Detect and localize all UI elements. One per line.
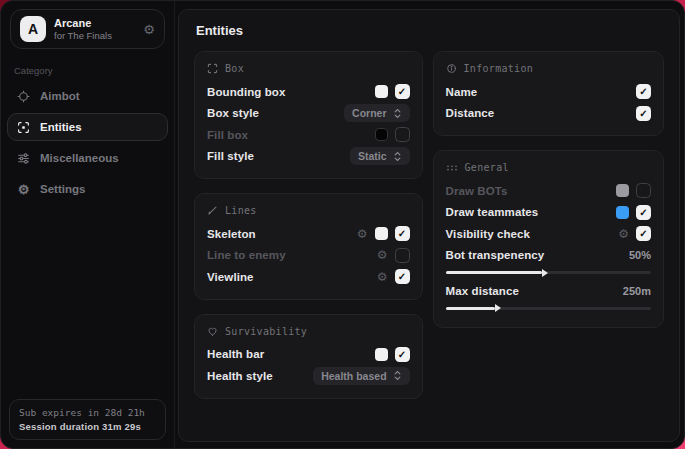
setting-label: Name bbox=[446, 86, 478, 98]
info-icon bbox=[446, 63, 457, 74]
color-swatch[interactable] bbox=[375, 128, 388, 141]
checkbox[interactable]: ✓ bbox=[636, 226, 651, 241]
setting-row-health-style: Health style Health based bbox=[207, 365, 410, 387]
gear-icon[interactable]: ⚙ bbox=[618, 228, 629, 240]
checkbox[interactable]: ✓ bbox=[395, 269, 410, 284]
chevrons-up-down-icon bbox=[393, 370, 402, 381]
slider-fill bbox=[446, 307, 495, 310]
gear-icon[interactable]: ⚙ bbox=[377, 271, 388, 283]
sidebar-item-entities[interactable]: Entities bbox=[7, 113, 168, 141]
app-title-block: Arcane for The Finals bbox=[54, 17, 112, 41]
sliders-icon bbox=[16, 151, 31, 165]
setting-row-bot-transparency: Bot transpenency 50% bbox=[446, 245, 651, 267]
heart-pulse-icon bbox=[207, 326, 218, 337]
sidebar-item-miscellaneous[interactable]: Miscellaneous bbox=[7, 144, 168, 172]
setting-row-max-distance: Max distance 250m bbox=[446, 280, 651, 302]
subscription-info-card: Sub expires in 28d 21h Session duration … bbox=[9, 399, 166, 440]
section-title: Survivability bbox=[225, 326, 307, 337]
dropdown-value: Corner bbox=[352, 107, 386, 119]
slider-value: 250m bbox=[623, 285, 651, 297]
setting-label: Health style bbox=[207, 370, 273, 382]
sidebar-item-label: Entities bbox=[40, 121, 82, 133]
box-style-dropdown[interactable]: Corner bbox=[344, 104, 409, 122]
sidebar-item-label: Aimbot bbox=[40, 90, 80, 102]
setting-row-distance: Distance ✓ bbox=[446, 103, 651, 125]
gear-icon[interactable]: ⚙ bbox=[377, 249, 388, 261]
lines-card: Lines Skeleton ⚙ ✓ Line to enemy bbox=[194, 193, 423, 300]
sidebar-item-aimbot[interactable]: Aimbot bbox=[7, 82, 168, 110]
pencil-line-icon bbox=[207, 205, 218, 216]
slider-value: 50% bbox=[629, 249, 651, 261]
setting-label: Box style bbox=[207, 107, 259, 119]
checkbox[interactable]: ✓ bbox=[636, 84, 651, 99]
information-card-header: Information bbox=[446, 63, 651, 74]
setting-row-visibility-check: Visibility check ⚙ ✓ bbox=[446, 223, 651, 245]
app-logo: A bbox=[20, 16, 46, 42]
box-card-header: Box bbox=[207, 63, 410, 74]
color-swatch[interactable] bbox=[616, 184, 629, 197]
setting-row-skeleton: Skeleton ⚙ ✓ bbox=[207, 223, 410, 245]
health-style-dropdown[interactable]: Health based bbox=[313, 367, 409, 385]
setting-row-line-to-enemy: Line to enemy ⚙ bbox=[207, 245, 410, 267]
setting-row-draw-bots: Draw BOTs bbox=[446, 180, 651, 202]
checkbox[interactable]: ✓ bbox=[395, 347, 410, 362]
desktop-background: A Arcane for The Finals ⚙ Category Aimbo… bbox=[0, 0, 685, 449]
section-title: Lines bbox=[225, 205, 257, 216]
gear-icon[interactable]: ⚙ bbox=[357, 228, 368, 240]
section-title: General bbox=[465, 162, 509, 173]
left-column: Box Bounding box ✓ Box style bbox=[194, 51, 423, 399]
setting-label: Skeleton bbox=[207, 228, 256, 240]
category-label: Category bbox=[14, 65, 174, 76]
bot-transparency-slider[interactable] bbox=[446, 271, 651, 274]
chevrons-up-down-icon bbox=[393, 151, 402, 162]
checkbox[interactable] bbox=[395, 248, 410, 263]
general-card-header: General bbox=[446, 162, 651, 173]
app-subtitle: for The Finals bbox=[54, 30, 112, 41]
section-title: Box bbox=[225, 63, 244, 74]
dropdown-value: Static bbox=[358, 150, 387, 162]
fill-style-dropdown[interactable]: Static bbox=[350, 147, 410, 165]
setting-row-box-style: Box style Corner bbox=[207, 103, 410, 125]
setting-row-bounding-box: Bounding box ✓ bbox=[207, 81, 410, 103]
survivability-card: Survivability Health bar ✓ Health style bbox=[194, 314, 423, 399]
checkbox[interactable]: ✓ bbox=[395, 226, 410, 241]
sidebar: A Arcane for The Finals ⚙ Category Aimbo… bbox=[1, 1, 175, 448]
setting-label: Line to enemy bbox=[207, 249, 286, 261]
sidebar-nav: Aimbot Entities Mi bbox=[1, 82, 174, 203]
checkbox[interactable]: ✓ bbox=[636, 106, 651, 121]
section-title: Information bbox=[464, 63, 534, 74]
color-swatch[interactable] bbox=[616, 206, 629, 219]
setting-label: Max distance bbox=[446, 285, 519, 297]
main-panel: Entities Box Bounding box bbox=[178, 9, 680, 442]
max-distance-slider[interactable] bbox=[446, 307, 651, 310]
cards-columns: Box Bounding box ✓ Box style bbox=[194, 51, 664, 399]
setting-label: Draw teammates bbox=[446, 206, 539, 218]
setting-row-viewline: Viewline ⚙ ✓ bbox=[207, 266, 410, 288]
page-title: Entities bbox=[196, 23, 664, 38]
setting-label: Fill box bbox=[207, 129, 248, 141]
checkbox[interactable]: ✓ bbox=[395, 84, 410, 99]
right-column: Information Name ✓ Distance ✓ bbox=[433, 51, 664, 328]
app-window: A Arcane for The Finals ⚙ Category Aimbo… bbox=[0, 0, 685, 449]
color-swatch[interactable] bbox=[375, 348, 388, 361]
gear-icon: ⚙ bbox=[16, 182, 31, 196]
checkbox[interactable] bbox=[395, 127, 410, 142]
entities-box-icon bbox=[16, 120, 31, 134]
setting-row-draw-teammates: Draw teammates ✓ bbox=[446, 202, 651, 224]
color-swatch[interactable] bbox=[375, 85, 388, 98]
gear-icon[interactable]: ⚙ bbox=[143, 23, 155, 36]
sidebar-item-label: Settings bbox=[40, 183, 85, 195]
setting-label: Bounding box bbox=[207, 86, 286, 98]
lines-card-header: Lines bbox=[207, 205, 410, 216]
setting-label: Health bar bbox=[207, 348, 264, 360]
setting-row-name: Name ✓ bbox=[446, 81, 651, 103]
dropdown-value: Health based bbox=[321, 370, 386, 382]
checkbox[interactable] bbox=[636, 183, 651, 198]
checkbox[interactable]: ✓ bbox=[636, 205, 651, 220]
slider-fill bbox=[446, 271, 543, 274]
sidebar-item-settings[interactable]: ⚙ Settings bbox=[7, 175, 168, 203]
color-swatch[interactable] bbox=[375, 227, 388, 240]
setting-row-fill-style: Fill style Static bbox=[207, 146, 410, 168]
grid-dots-icon bbox=[446, 163, 458, 173]
setting-label: Fill style bbox=[207, 150, 254, 162]
